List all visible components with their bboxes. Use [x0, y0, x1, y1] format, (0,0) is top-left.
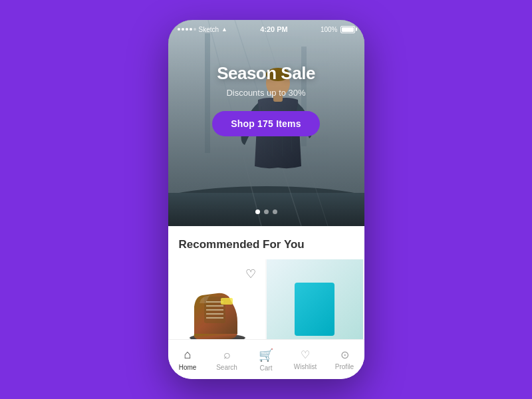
carousel-dot-1[interactable] [255, 209, 260, 214]
carousel-dots [168, 209, 364, 214]
body-content: Recommended For You ♡ [168, 226, 364, 339]
bottom-nav: ⌂ Home ⌕ Search 🛒 Cart ♡ Wishlist ⊙ Prof… [168, 339, 364, 379]
nav-item-search[interactable]: ⌕ Search [212, 348, 241, 371]
boot-svg [181, 283, 254, 339]
nav-item-cart[interactable]: 🛒 Cart [251, 348, 281, 372]
heart-icon-1: ♡ [245, 267, 256, 281]
carousel-dot-3[interactable] [273, 209, 277, 214]
nav-item-profile[interactable]: ⊙ Profile [330, 348, 359, 370]
carousel-dot-2[interactable] [264, 209, 269, 214]
status-left: Sketch ▲ [178, 26, 228, 33]
recommended-section-title: Recommended For You [168, 226, 364, 259]
search-icon: ⌕ [223, 348, 231, 362]
svg-rect-19 [221, 298, 233, 305]
wishlist-icon: ♡ [301, 348, 310, 361]
nav-item-home[interactable]: ⌂ Home [173, 348, 202, 371]
nav-label-cart: Cart [260, 364, 273, 372]
status-time: 4:20 PM [260, 25, 288, 33]
product-row: ♡ [168, 259, 364, 339]
nav-item-wishlist[interactable]: ♡ Wishlist [291, 348, 320, 370]
shop-now-button[interactable]: Shop 175 Items [212, 111, 320, 136]
product-teaser-image [295, 283, 334, 336]
nav-label-search: Search [216, 364, 237, 371]
wifi-icon: ▲ [221, 26, 227, 33]
product-card-1[interactable]: ♡ [170, 259, 266, 339]
battery-icon [340, 26, 355, 33]
hero-content: Season Sale Discounts up to 30% Shop 175… [168, 63, 364, 136]
battery-percent: 100% [321, 26, 338, 33]
battery-fill [342, 27, 354, 32]
profile-icon: ⊙ [340, 348, 349, 361]
hero-subtitle: Discounts up to 30% [226, 88, 305, 98]
nav-label-wishlist: Wishlist [294, 363, 317, 370]
nav-label-profile: Profile [335, 363, 354, 370]
status-bar: Sketch ▲ 4:20 PM 100% [168, 20, 364, 36]
nav-label-home: Home [179, 364, 197, 371]
phone-frame: Sketch ▲ 4:20 PM 100% Season Sale Discou… [168, 20, 364, 379]
signal-dots [178, 28, 196, 31]
wishlist-button-1[interactable]: ♡ [241, 265, 260, 283]
home-icon: ⌂ [184, 348, 192, 362]
cart-icon: 🛒 [259, 348, 273, 362]
hero-title: Season Sale [217, 63, 315, 84]
carrier-name: Sketch [199, 26, 219, 33]
hero-section: Sketch ▲ 4:20 PM 100% Season Sale Discou… [168, 20, 364, 226]
boot-image [181, 283, 254, 339]
status-right: 100% [321, 26, 355, 33]
product-card-2[interactable] [267, 259, 363, 339]
